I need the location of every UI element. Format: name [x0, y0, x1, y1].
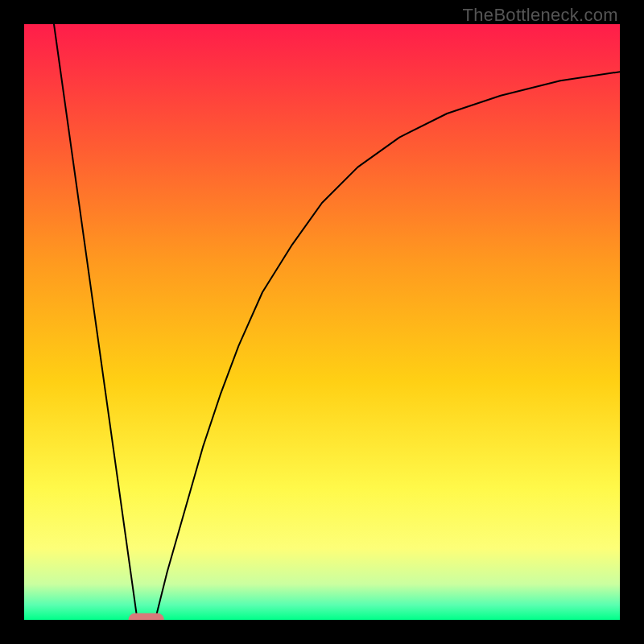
series-optimal-marker	[129, 613, 164, 620]
chart-frame: TheBottleneck.com	[0, 0, 644, 644]
plot-area	[24, 24, 620, 620]
chart-canvas	[24, 24, 620, 620]
chart-background	[24, 24, 620, 620]
watermark-text: TheBottleneck.com	[463, 5, 618, 26]
